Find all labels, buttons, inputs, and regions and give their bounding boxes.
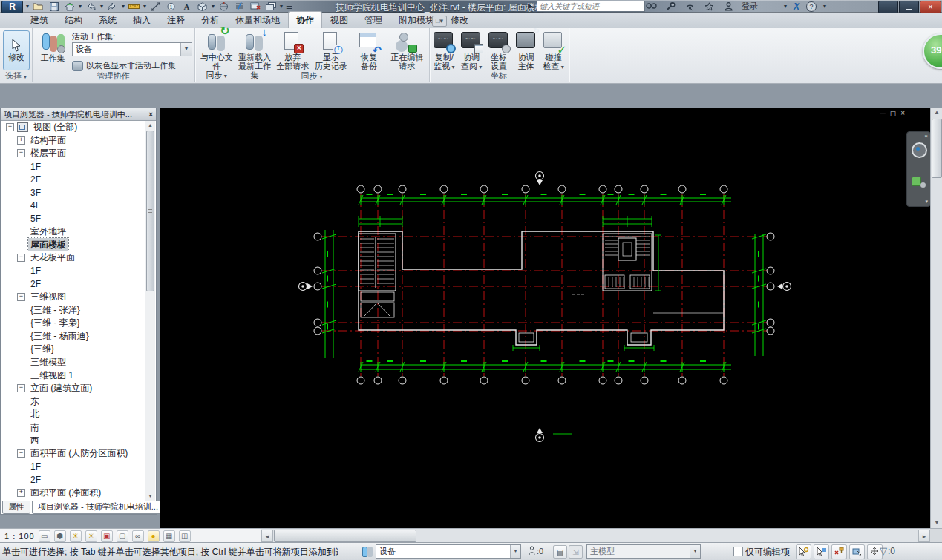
view-dropdown-icon[interactable]: ▾ bbox=[212, 3, 215, 10]
text-icon[interactable]: A bbox=[180, 1, 193, 12]
communication-center-icon[interactable] bbox=[684, 1, 696, 12]
tree-expander-icon[interactable]: − bbox=[17, 149, 25, 157]
tree-item[interactable]: 南 bbox=[1, 421, 145, 435]
tree-expander-icon[interactable]: − bbox=[17, 293, 25, 301]
tree-item[interactable]: 室外地坪 bbox=[1, 225, 145, 239]
tree-item[interactable]: 东 bbox=[1, 395, 145, 408]
tree-expander-icon[interactable]: − bbox=[17, 384, 25, 392]
selection-filter[interactable]: ▽:0 bbox=[880, 545, 895, 556]
scrollbar-thumb[interactable] bbox=[274, 530, 416, 542]
app-menu-arrow-icon[interactable]: ▾ bbox=[26, 3, 29, 10]
tree-item[interactable]: − 视图 (全部) bbox=[1, 121, 145, 134]
worksets-button[interactable]: 工作集 bbox=[36, 31, 69, 62]
tree-item[interactable]: 2F bbox=[1, 173, 145, 186]
design-option-select[interactable]: 主模型▾ bbox=[586, 544, 701, 559]
exchange-apps-icon[interactable]: X bbox=[794, 1, 799, 12]
ribbon-tab[interactable]: 协作 bbox=[288, 11, 322, 28]
sign-in-person-icon[interactable] bbox=[722, 1, 735, 12]
project-browser-close-icon[interactable]: × bbox=[148, 111, 153, 119]
undo-dropdown-icon[interactable]: ▾ bbox=[100, 3, 103, 10]
thin-lines-icon[interactable] bbox=[233, 1, 246, 12]
aligned-dimension-icon[interactable] bbox=[149, 1, 162, 12]
navigation-bar[interactable]: × ▾ bbox=[906, 131, 930, 207]
scroll-right-icon[interactable]: ▸ bbox=[918, 530, 930, 542]
tree-item[interactable]: 三维模型 bbox=[1, 356, 145, 369]
scroll-down-icon[interactable]: ▼ bbox=[931, 518, 942, 528]
close-button[interactable]: × bbox=[920, 1, 941, 13]
redo-dropdown-icon[interactable]: ▾ bbox=[122, 3, 125, 10]
measure-icon[interactable] bbox=[128, 1, 140, 12]
login-label[interactable]: 登录 bbox=[742, 1, 758, 12]
select-elements-by-face-icon[interactable] bbox=[849, 544, 865, 559]
scrollbar-thumb[interactable] bbox=[932, 119, 942, 178]
show-crop-region-icon[interactable]: ▢ bbox=[117, 530, 128, 542]
drawing-area[interactable]: ─◻× × ▾ bbox=[160, 108, 930, 528]
tag-icon[interactable]: 1 bbox=[165, 1, 177, 12]
ribbon-tab[interactable]: 体量和场地 bbox=[227, 11, 288, 28]
tree-item[interactable]: 4F bbox=[1, 200, 145, 213]
tree-item[interactable]: 三维视图 1 bbox=[1, 369, 145, 382]
scroll-left-icon[interactable]: ◂ bbox=[261, 530, 273, 542]
project-browser-titlebar[interactable]: 项目浏览器 - 技师学院机电培训中... × bbox=[1, 108, 156, 121]
redo-icon[interactable] bbox=[106, 1, 119, 12]
panel-label-synchronize[interactable]: 同步 ▾ bbox=[194, 70, 429, 82]
ribbon-tab[interactable]: 修改 bbox=[442, 11, 477, 28]
worksharing-display-icon[interactable]: ▦ bbox=[163, 530, 175, 542]
active-workset-select[interactable]: 设备▾ bbox=[72, 42, 192, 56]
scroll-down-icon[interactable]: ▼ bbox=[145, 492, 155, 501]
ribbon-tab[interactable]: 插入 bbox=[125, 11, 159, 28]
scrollbar-thumb[interactable] bbox=[146, 131, 154, 291]
project-browser-scrollbar[interactable]: ▲ ▼ bbox=[145, 121, 155, 501]
tree-item[interactable]: − 面积平面 (人防分区面积) bbox=[1, 447, 145, 461]
horizontal-scrollbar[interactable]: ◂ ▸ bbox=[261, 529, 930, 543]
sync-with-central-icon[interactable] bbox=[63, 1, 76, 12]
tree-item[interactable]: 3F bbox=[1, 186, 145, 200]
tree-item[interactable]: 5F bbox=[1, 212, 145, 225]
select-links-icon[interactable] bbox=[796, 544, 811, 559]
ribbon-tab[interactable]: 管理 bbox=[356, 11, 390, 28]
tree-item[interactable]: + 结构平面 bbox=[1, 134, 145, 148]
help-dropdown-icon[interactable]: ▾ bbox=[823, 3, 826, 10]
design-options-icon[interactable]: ⇲ bbox=[569, 545, 583, 559]
tree-expander-icon[interactable]: − bbox=[17, 449, 25, 458]
scroll-up-icon[interactable]: ▲ bbox=[145, 121, 155, 130]
tree-item[interactable]: {三维 - 杨雨迪} bbox=[1, 330, 145, 343]
tree-item[interactable]: {三维 - 张洋} bbox=[1, 303, 145, 317]
palette-tab[interactable]: 项目浏览器 - 技师学院机电培训... bbox=[32, 501, 164, 514]
tree-item[interactable]: − 立面 (建筑立面) bbox=[1, 382, 145, 395]
switch-windows-icon[interactable] bbox=[264, 1, 277, 12]
palette-tab[interactable]: 属性 bbox=[2, 501, 30, 514]
subscription-wrench-icon[interactable] bbox=[664, 1, 677, 12]
select-pinned-elements-icon[interactable] bbox=[831, 544, 847, 559]
minimize-button[interactable]: ─ bbox=[878, 1, 898, 13]
tree-item[interactable]: 西 bbox=[1, 434, 145, 447]
login-dropdown-icon[interactable]: ▾ bbox=[784, 3, 787, 10]
editable-only-checkbox[interactable] bbox=[733, 547, 743, 556]
view-window-controls[interactable]: ─◻× bbox=[880, 109, 909, 117]
ribbon-tab[interactable]: 注释 bbox=[159, 11, 193, 28]
pan-tool-icon[interactable] bbox=[920, 182, 926, 188]
select-underlay-elements-icon[interactable] bbox=[814, 544, 829, 559]
gray-inactive-worksets-toggle[interactable]: 以灰色显示非活动工作集 bbox=[72, 60, 176, 71]
ribbon-button[interactable]: ∼∼ 碰撞检查 ▾ bbox=[540, 30, 567, 72]
sun-path-icon[interactable]: ☀ bbox=[70, 530, 82, 542]
help-icon[interactable]: ? bbox=[806, 1, 817, 12]
vertical-scrollbar[interactable]: ▲ ▼ bbox=[930, 108, 942, 528]
modify-button[interactable]: 修改 bbox=[3, 30, 30, 70]
tree-item[interactable]: 1F bbox=[1, 265, 145, 278]
ribbon-display-toggle-icon[interactable]: □▾ bbox=[432, 16, 447, 27]
section-icon[interactable] bbox=[217, 1, 230, 12]
tree-item[interactable]: {三维} bbox=[1, 343, 145, 356]
tree-item[interactable]: − 楼层平面 bbox=[1, 147, 145, 160]
tree-expander-icon[interactable]: + bbox=[17, 136, 25, 145]
tree-item[interactable]: 1F bbox=[1, 460, 145, 473]
navbar-options-icon[interactable]: ▾ bbox=[925, 199, 928, 205]
panel-label-manage-collaboration[interactable]: 管理协作 bbox=[32, 70, 194, 82]
detail-level-icon[interactable]: ▭ bbox=[39, 530, 50, 542]
default-3d-view-icon[interactable] bbox=[196, 1, 209, 12]
temporary-view-properties-icon[interactable]: ◫ bbox=[179, 530, 191, 542]
tree-item[interactable]: 2F bbox=[1, 277, 145, 291]
tree-item[interactable]: 2F bbox=[1, 473, 145, 487]
tree-expander-icon[interactable]: − bbox=[6, 123, 14, 131]
tree-expander-icon[interactable]: + bbox=[17, 489, 25, 497]
